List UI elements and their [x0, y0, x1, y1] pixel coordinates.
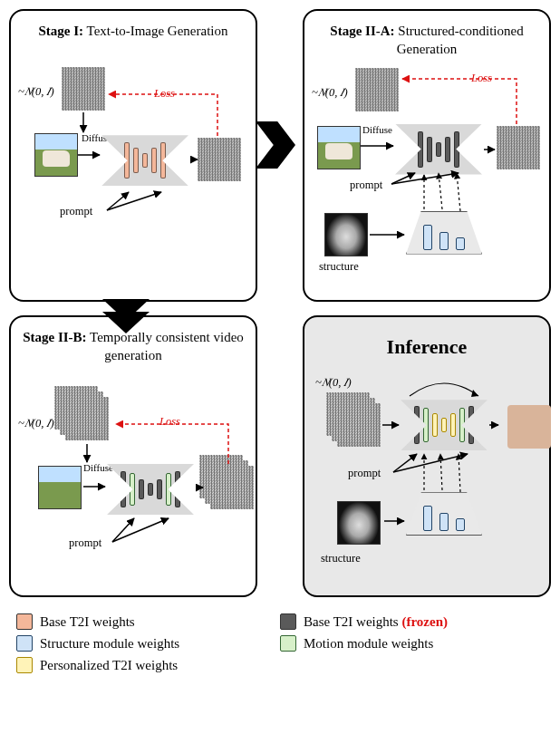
svg-line-16 [112, 518, 134, 542]
panel-inference: Inference ~𝑁(0, 𝐼) prompt structure [303, 315, 551, 598]
title-bold: Stage I: [38, 24, 83, 38]
structure-image-icon [324, 213, 368, 256]
output-noise-stack-icon [210, 466, 254, 509]
svg-line-21 [393, 454, 417, 472]
noise-dist-label: ~𝑁(0, 𝐼) [18, 417, 54, 430]
title-bold: Stage II-A: [330, 24, 394, 38]
structure-stack-icon [337, 501, 381, 545]
input-image-icon [317, 126, 361, 169]
svg-line-25 [440, 454, 442, 490]
scene-inference: ~𝑁(0, 𝐼) prompt structure [312, 372, 542, 588]
title-bold: Stage II-B: [23, 330, 86, 344]
svg-line-4 [107, 192, 161, 210]
svg-marker-20 [471, 390, 478, 397]
structure-adapter-icon [406, 211, 482, 255]
structure-adapter-icon [406, 492, 482, 536]
legend-item-pers: Personalized T2I weights [16, 657, 280, 673]
swatch-struct-icon [16, 635, 33, 652]
output-noise-icon [198, 138, 241, 181]
legend-label-frozen: (frozen) [401, 614, 448, 629]
diagram-grid: Stage I: Text-to-Image Generation ~𝑁(0, … [9, 9, 551, 597]
input-video-stack-icon [38, 466, 82, 509]
prompt-label: prompt [350, 179, 382, 192]
legend-item-base-frozen: Base T2I weights (frozen) [280, 613, 544, 630]
output-video-stack-icon [507, 405, 551, 449]
diffuse-label: Diffuse [83, 462, 113, 473]
input-noise-icon [355, 68, 399, 111]
prompt-label: prompt [69, 536, 101, 550]
swatch-base-icon [16, 613, 33, 630]
legend-label: Motion module weights [304, 636, 433, 652]
scene-stage-2a: ~𝑁(0, 𝐼) Diffuse prompt structure [312, 68, 542, 293]
input-noise-stack-icon [65, 397, 109, 440]
legend-item-motion: Motion module weights [280, 635, 544, 652]
legend-label-pre: Base T2I weights [304, 614, 401, 629]
legend-label: Base T2I weights (frozen) [304, 614, 448, 630]
legend-label: Base T2I weights [40, 614, 135, 630]
loss-label: Loss [471, 72, 492, 85]
noise-dist-label: ~𝑁(0, 𝐼) [312, 86, 348, 100]
output-noise-icon [497, 126, 540, 169]
unet-icon [401, 400, 488, 450]
unet-icon [107, 464, 194, 515]
panel-title: Inference [312, 333, 542, 361]
title-rest: Text-to-Image Generation [83, 24, 227, 38]
swatch-base-frozen-icon [280, 613, 296, 630]
input-noise-icon [62, 67, 105, 111]
scene-stage-2b: ~𝑁(0, 𝐼) Diffuse prompt Loss [18, 373, 248, 573]
legend: Base T2I weights Base T2I weights (froze… [9, 613, 551, 673]
panel-title: Stage II-A: Structured-conditioned Gener… [312, 22, 542, 59]
prompt-label: prompt [60, 205, 92, 218]
input-image-icon [34, 133, 78, 177]
noise-dist-label: ~𝑁(0, 𝐼) [18, 85, 54, 99]
svg-line-3 [107, 192, 129, 210]
legend-item-struct: Structure module weights [16, 635, 280, 652]
loss-label: Loss [159, 415, 180, 429]
arrows-overlay [312, 68, 542, 293]
scene-stage-1: ~𝑁(0, 𝐼) Diffuse prompt Loss [18, 49, 248, 248]
svg-line-17 [112, 518, 169, 542]
panel-title: Stage I: Text-to-Image Generation [18, 22, 248, 40]
panel-stage-1: Stage I: Text-to-Image Generation ~𝑁(0, … [9, 9, 257, 302]
swatch-motion-icon [280, 635, 296, 652]
prompt-label: prompt [348, 467, 381, 480]
panel-stage-2b: Stage II-B: Temporally consistent video … [9, 315, 257, 598]
svg-line-26 [459, 454, 460, 492]
swatch-pers-icon [16, 657, 33, 673]
structure-label: structure [319, 260, 359, 274]
legend-label: Structure module weights [40, 636, 179, 652]
panel-stage-2a: Stage II-A: Structured-conditioned Gener… [303, 9, 551, 302]
diffuse-label: Diffuse [362, 124, 392, 135]
unet-icon [101, 135, 188, 186]
input-noise-stack-icon [337, 403, 381, 447]
svg-line-11 [439, 173, 442, 209]
loss-label: Loss [154, 87, 175, 101]
noise-dist-label: ~𝑁(0, 𝐼) [315, 376, 352, 390]
chevron-down-icon [102, 299, 150, 335]
structure-label: structure [321, 552, 361, 565]
svg-line-22 [393, 454, 468, 472]
legend-label: Personalized T2I weights [40, 658, 178, 673]
legend-item-base: Base T2I weights [16, 613, 280, 630]
unet-icon [395, 124, 482, 175]
title-rest: Structured-conditioned Generation [395, 24, 524, 56]
svg-line-12 [457, 173, 460, 211]
